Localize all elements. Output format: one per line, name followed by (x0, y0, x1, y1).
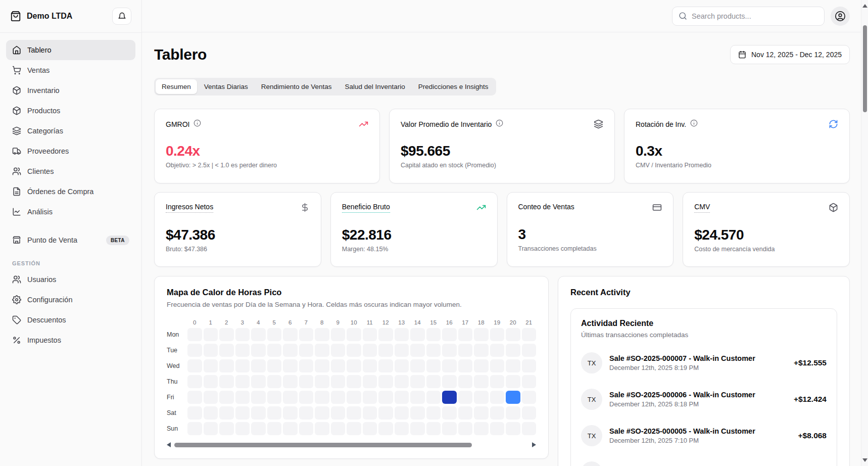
heatmap-cell-fri-7 (299, 391, 314, 404)
heatmap-day-label: Tue (167, 347, 186, 354)
heatmap-cell-mon-0 (187, 328, 202, 341)
heatmap-hour-label: 11 (363, 319, 377, 325)
search-input[interactable] (692, 12, 818, 20)
heatmap-cell-wed-18 (474, 359, 489, 372)
heatmap-cell-wed-17 (458, 359, 473, 372)
heatmap-cell-sun-4 (251, 422, 266, 435)
heatmap-cell-sat-20 (506, 406, 520, 420)
heatmap-cell-tue-7 (299, 344, 314, 357)
tab-bar: ResumenVentas DiariasRendimiento de Vent… (154, 78, 496, 96)
sidebar-item-punto-de-venta[interactable]: Punto de VentaBETA (6, 230, 135, 250)
notifications-button[interactable] (112, 8, 131, 25)
scroll-up-arrow-icon[interactable] (862, 4, 867, 8)
heatmap-cell-sat-8 (315, 406, 329, 420)
search-box (672, 7, 825, 26)
heatmap-cell-mon-2 (219, 328, 234, 341)
sidebar-item-label: Descuentos (27, 316, 66, 324)
transaction-row[interactable]: TXSale #SO-2025-000007 - Walk-in Custome… (581, 345, 827, 381)
tab-resumen[interactable]: Resumen (156, 79, 197, 94)
kpi-subtitle: Costo de mercancía vendida (694, 246, 838, 253)
sidebar-item-usuarios[interactable]: Usuarios (6, 269, 135, 290)
sidebar-item-analisis[interactable]: Análisis (6, 202, 135, 222)
heatmap-cell-sat-15 (426, 406, 441, 420)
heatmap-hour-label: 5 (267, 319, 282, 325)
transaction-title: Sale #SO-2025-000005 - Walk-in Customer (609, 427, 791, 435)
sidebar-item-label: Análisis (27, 208, 53, 216)
heatmap-scroll-thumb[interactable] (174, 443, 472, 447)
heatmap-hour-label: 14 (410, 319, 425, 325)
company-name: Demo LTDA (27, 12, 72, 21)
transaction-row[interactable]: TXSale #SO-2025-000004 - Walk-in Custome… (581, 454, 827, 466)
heatmap-cell-wed-20 (506, 359, 520, 372)
heatmap-cell-mon-17 (458, 328, 473, 341)
sidebar-item-inventario[interactable]: Inventario (6, 80, 135, 101)
activity-title: Actividad Reciente (581, 319, 827, 328)
sidebar-item-productos[interactable]: Productos (6, 101, 135, 121)
file-text-icon (12, 187, 21, 196)
transaction-row[interactable]: TXSale #SO-2025-000006 - Walk-in Custome… (581, 381, 827, 417)
heatmap-cell-sat-18 (474, 406, 489, 420)
heatmap-cell-sat-21 (522, 406, 537, 420)
sidebar-item-label: Órdenes de Compra (27, 188, 93, 196)
sidebar-item-categorias[interactable]: Categorías (6, 121, 135, 141)
sidebar-item-ordenes-de-compra[interactable]: Órdenes de Compra (6, 181, 135, 202)
heatmap-title: Mapa de Calor de Horas Pico (167, 288, 536, 297)
heatmap-cell-sat-9 (331, 406, 346, 420)
sidebar-item-label: Productos (27, 107, 60, 115)
heatmap-cell-fri-16 (442, 391, 457, 404)
scroll-right-arrow-icon[interactable] (532, 442, 536, 447)
heatmap-card: Mapa de Calor de Horas Pico Frecuencia d… (154, 276, 549, 459)
page-scroll-thumb[interactable] (863, 25, 867, 112)
heatmap-cell-sat-1 (204, 406, 218, 420)
heatmap-cell-mon-8 (315, 328, 329, 341)
package-icon (12, 86, 21, 95)
percent-icon (12, 336, 21, 345)
heatmap-cell-fri-13 (395, 391, 409, 404)
scroll-down-arrow-icon[interactable] (862, 458, 867, 462)
date-range-button[interactable]: Nov 12, 2025 - Dec 12, 2025 (730, 45, 850, 64)
tab-ventas-diarias[interactable]: Ventas Diarias (198, 79, 254, 94)
heatmap-cell-mon-4 (251, 328, 266, 341)
sidebar-item-ventas[interactable]: Ventas (6, 60, 135, 80)
heatmap-hour-label: 8 (315, 319, 329, 325)
heatmap-cell-mon-6 (283, 328, 298, 341)
kpi-card-rotacion-de-inv: Rotación de Inv.0.3xCMV / Inventario Pro… (624, 109, 850, 183)
trend-up-icon (476, 203, 486, 212)
sidebar-item-tablero[interactable]: Tablero (6, 40, 135, 60)
pos-store-icon (12, 236, 21, 245)
heatmap-cell-fri-2 (219, 391, 234, 404)
kpi-title[interactable]: Ingresos Netos (166, 203, 213, 213)
heatmap-hour-label: 15 (426, 319, 441, 325)
sidebar-item-impuestos[interactable]: Impuestos (6, 330, 135, 350)
sidebar-item-configuracion[interactable]: Configuración (6, 290, 135, 310)
heatmap-cell-fri-21 (522, 391, 537, 404)
transaction-row[interactable]: TXSale #SO-2025-000005 - Walk-in Custome… (581, 417, 827, 454)
scroll-left-arrow-icon[interactable] (167, 442, 171, 447)
kpi-value: $47.386 (166, 227, 310, 243)
kpi-subtitle: Transacciones completadas (518, 245, 662, 252)
heatmap-cell-sun-15 (426, 422, 441, 435)
home-icon (12, 45, 21, 55)
heatmap-cell-thu-21 (522, 375, 537, 388)
heatmap-cell-fri-9 (331, 391, 346, 404)
sidebar-item-proveedores[interactable]: Proveedores (6, 141, 135, 161)
heatmap-cell-fri-14 (410, 391, 425, 404)
heatmap-cell-wed-9 (331, 359, 346, 372)
store-logo-icon (10, 11, 21, 22)
sidebar-header: Demo LTDA (6, 0, 135, 32)
kpi-value: $95.665 (401, 143, 603, 159)
sidebar-item-descuentos[interactable]: Descuentos (6, 310, 135, 330)
user-menu-button[interactable] (831, 7, 850, 26)
kpi-title[interactable]: Beneficio Bruto (342, 203, 390, 213)
heatmap-cell-tue-17 (458, 344, 473, 357)
tab-predicciones-e-insights[interactable]: Predicciones e Insights (412, 79, 495, 94)
tag-icon (12, 315, 21, 324)
heatmap-hour-label: 1 (204, 319, 218, 325)
heatmap-scroll-track[interactable] (174, 443, 528, 447)
bell-icon (118, 12, 126, 21)
tab-rendimiento-de-ventas[interactable]: Rendimiento de Ventas (255, 79, 338, 94)
kpi-title[interactable]: CMV (694, 203, 710, 213)
sidebar-item-clientes[interactable]: Clientes (6, 161, 135, 181)
heatmap-cell-fri-8 (315, 391, 329, 404)
tab-salud-del-inventario[interactable]: Salud del Inventario (339, 79, 411, 94)
